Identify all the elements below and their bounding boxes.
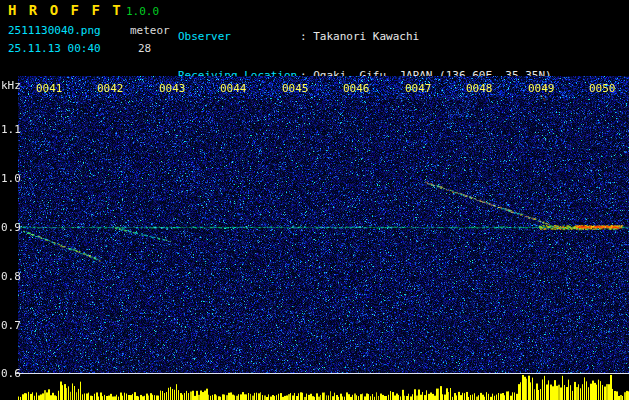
freq-tick-label: 0.9 [1, 221, 21, 234]
time-tick-label: 0049 [528, 82, 555, 95]
app-title: H R O F F T [8, 2, 123, 18]
level-separator-line [15, 373, 629, 374]
freq-tick-label: 0.8 [1, 270, 21, 283]
time-tick-label: 0041 [36, 82, 63, 95]
spectrogram-canvas [0, 76, 629, 374]
freq-unit-label: kHz [1, 79, 21, 92]
signal-level-bars-canvas [0, 375, 629, 400]
freq-tick-label: 1.1 [1, 123, 21, 136]
output-filename: 2511130040.png [8, 24, 101, 37]
time-tick-label: 0047 [405, 82, 432, 95]
echo-count: 28 [138, 42, 151, 55]
time-tick-label: 0048 [466, 82, 493, 95]
freq-tick-label: 0.7 [1, 319, 21, 332]
time-tick-label: 0050 [589, 82, 616, 95]
app-version: 1.0.0 [126, 5, 159, 18]
time-tick-label: 0043 [159, 82, 186, 95]
time-tick-label: 0042 [97, 82, 124, 95]
time-tick-label: 0046 [343, 82, 370, 95]
observation-datetime: 25.11.13 00:40 [8, 42, 101, 55]
observation-mode-label: meteor [130, 24, 170, 37]
time-tick-label: 0045 [282, 82, 309, 95]
station-row: Observer: Takanori Kawachi [178, 30, 552, 43]
hrofft-output-screen: H R O F F T 1.0.0 2511130040.png meteor … [0, 0, 629, 400]
station-row-value: : Takanori Kawachi [300, 30, 419, 43]
time-tick-label: 0044 [220, 82, 247, 95]
station-row-label: Observer [178, 30, 300, 43]
freq-tick-label: 1.0 [1, 172, 21, 185]
